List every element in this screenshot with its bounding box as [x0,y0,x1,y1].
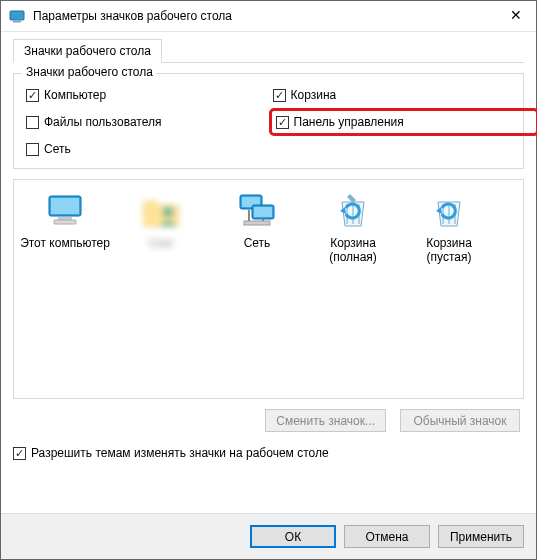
checkbox-icon [26,143,39,156]
checkbox-icon: ✓ [26,89,39,102]
icon-this-pc[interactable]: Этот компьютер [20,190,110,265]
check-network[interactable]: Сеть [26,142,265,156]
check-label: Компьютер [44,88,106,102]
svg-rect-10 [254,207,272,217]
dialog-button-bar: ОК Отмена Применить [1,513,536,559]
check-label: Разрешить темам изменять значки на рабоч… [31,446,329,460]
icon-user-folder[interactable]: User [116,190,206,265]
tab-bar: Значки рабочего стола [13,38,524,63]
svg-rect-3 [51,198,79,214]
checkbox-icon: ✓ [273,89,286,102]
app-icon [9,8,25,24]
check-label: Панель управления [294,115,404,129]
apply-button[interactable]: Применить [438,525,524,548]
tab-desktop-icons[interactable]: Значки рабочего стола [13,39,162,63]
check-label: Сеть [44,142,71,156]
checkbox-icon [26,116,39,129]
ok-button[interactable]: ОК [250,525,336,548]
check-recycle-bin[interactable]: ✓ Корзина [273,88,512,102]
icon-caption: Корзина (полная) [308,236,398,265]
check-computer[interactable]: ✓ Компьютер [26,88,265,102]
icon-caption: Сеть [244,236,271,250]
svg-rect-0 [10,11,24,20]
svg-point-6 [163,207,173,217]
monitor-icon [44,190,86,232]
group-label: Значки рабочего стола [22,65,157,79]
icon-network[interactable]: Сеть [212,190,302,265]
titlebar: Параметры значков рабочего стола ✕ [1,1,536,32]
icon-preview-list: Этот компьютер User [13,179,524,399]
folder-user-icon [140,190,182,232]
svg-rect-1 [13,21,21,23]
icon-recycle-full[interactable]: Корзина (полная) [308,190,398,265]
icon-caption: User [148,236,173,250]
checkbox-icon: ✓ [13,447,26,460]
network-icon [236,190,278,232]
recycle-full-icon [332,190,374,232]
change-icon-button: Сменить значок... [265,409,386,432]
recycle-empty-icon [428,190,470,232]
window-title: Параметры значков рабочего стола [33,9,528,23]
default-icon-button: Обычный значок [400,409,520,432]
check-control-panel[interactable]: ✓ Панель управления [269,108,538,136]
icon-recycle-empty[interactable]: Корзина (пустая) [404,190,494,265]
cancel-button[interactable]: Отмена [344,525,430,548]
check-label: Корзина [291,88,337,102]
icon-caption: Этот компьютер [20,236,110,250]
svg-rect-11 [244,221,270,225]
checkbox-icon: ✓ [276,116,289,129]
check-user-files[interactable]: Файлы пользователя [26,112,265,132]
close-button[interactable]: ✕ [496,1,536,29]
group-desktop-icons: Значки рабочего стола ✓ Компьютер ✓ Корз… [13,73,524,169]
svg-rect-5 [54,220,76,224]
icon-caption: Корзина (пустая) [404,236,494,265]
check-label: Файлы пользователя [44,115,161,129]
check-allow-themes[interactable]: ✓ Разрешить темам изменять значки на раб… [13,446,524,460]
